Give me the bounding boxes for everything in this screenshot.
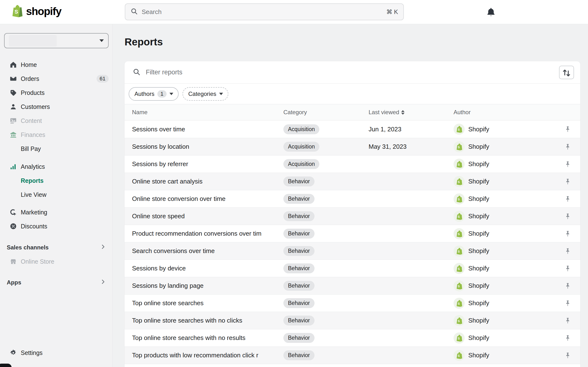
- authors-count-pill: 1: [157, 90, 166, 98]
- svg-text:S: S: [458, 198, 460, 201]
- discount-badge-icon: [10, 222, 17, 230]
- orders-count-badge: 61: [97, 75, 109, 83]
- filter-reports-bar: [124, 61, 580, 83]
- report-name-link[interactable]: Top online store searches with no clicks: [132, 317, 283, 324]
- sidebar-item-marketing[interactable]: Marketing: [0, 205, 113, 219]
- pin-icon[interactable]: [563, 263, 573, 274]
- shopify-avatar: S: [454, 176, 465, 187]
- filter-reports-input[interactable]: [146, 69, 559, 76]
- pin-icon[interactable]: [563, 142, 573, 152]
- tag-icon: [10, 89, 17, 97]
- table-body: Sessions over time Acquisition Jun 1, 20…: [124, 120, 580, 367]
- sort-button[interactable]: [559, 66, 574, 79]
- pin-icon[interactable]: [563, 298, 573, 309]
- svg-text:S: S: [458, 233, 460, 236]
- sidebar-item-finances[interactable]: Finances: [0, 128, 113, 142]
- table-row[interactable]: Top online store searches with no result…: [124, 329, 580, 346]
- global-search[interactable]: ⌘ K: [125, 3, 404, 20]
- sidebar-item-settings[interactable]: Settings: [0, 346, 113, 360]
- shopify-logo[interactable]: S shopify: [11, 4, 61, 18]
- sidebar-item-orders[interactable]: Orders 61: [0, 72, 113, 86]
- report-name-link[interactable]: Sessions by referrer: [132, 160, 283, 168]
- pin-icon[interactable]: [563, 124, 573, 134]
- pin-icon[interactable]: [563, 159, 573, 169]
- category-badge: Behavior: [283, 350, 315, 360]
- sidebar-section-sales-channels[interactable]: Sales channels: [0, 241, 113, 254]
- authors-filter-chip[interactable]: Authors 1: [129, 87, 179, 101]
- chat-bubble-peek[interactable]: [0, 364, 12, 367]
- notifications-bell-icon[interactable]: [486, 6, 496, 18]
- sidebar-item-discounts[interactable]: Discounts: [0, 219, 113, 233]
- pin-icon[interactable]: [563, 333, 573, 343]
- report-name-link[interactable]: Online store speed: [132, 212, 283, 220]
- sidebar-section-apps[interactable]: Apps: [0, 275, 113, 290]
- category-badge: Behavior: [283, 316, 315, 325]
- sidebar-item-content[interactable]: Content: [0, 114, 113, 128]
- chevron-right-icon: [100, 279, 106, 286]
- table-row[interactable]: Online store conversion over time Behavi…: [124, 190, 580, 207]
- table-row[interactable]: Sessions by device Behavior SShopify: [124, 259, 580, 277]
- table-row[interactable]: Product recommendation conversions over …: [124, 225, 580, 242]
- svg-text:S: S: [458, 128, 460, 131]
- search-input[interactable]: [142, 8, 386, 16]
- table-row[interactable]: Sessions by referrer Acquisition SShopif…: [124, 155, 580, 173]
- categories-filter-chip[interactable]: Categories: [182, 87, 228, 101]
- sidebar-item-bill-pay[interactable]: Bill Pay: [0, 142, 113, 156]
- pin-icon[interactable]: [563, 315, 573, 326]
- author-name: Shopify: [468, 160, 489, 168]
- report-name-link[interactable]: Sessions by location: [132, 143, 283, 150]
- column-header-last-viewed[interactable]: Last viewed: [369, 109, 454, 116]
- sidebar-item-products[interactable]: Products: [0, 86, 113, 100]
- sidebar-item-online-store[interactable]: Online Store: [0, 254, 113, 268]
- shopify-avatar: S: [454, 315, 465, 326]
- page-title: Reports: [124, 35, 588, 49]
- sidebar-item-analytics[interactable]: Analytics: [0, 160, 113, 174]
- table-header: Name Category Last viewed Author: [124, 104, 580, 120]
- table-row[interactable]: Sessions by landing page Behavior SShopi…: [124, 277, 580, 294]
- pin-icon[interactable]: [563, 281, 573, 291]
- sidebar-item-live-view[interactable]: Live View: [0, 188, 113, 202]
- report-name-link[interactable]: Top products with low recommendation cli…: [132, 351, 283, 359]
- sidebar: Home Orders 61 Products Customers: [0, 24, 113, 367]
- author-name: Shopify: [468, 125, 489, 133]
- table-row[interactable]: Top online store searches with no clicks…: [124, 312, 580, 329]
- table-row[interactable]: Search conversions over time Behavior SS…: [124, 242, 580, 259]
- svg-text:S: S: [458, 302, 460, 305]
- report-name-link[interactable]: Product recommendation conversions over …: [132, 230, 283, 237]
- shopify-avatar: S: [454, 263, 465, 274]
- marketing-icon: [10, 208, 17, 216]
- report-name-link[interactable]: Top online store searches with no result…: [132, 334, 283, 342]
- sidebar-item-home[interactable]: Home: [0, 58, 113, 72]
- report-name-link[interactable]: Top online store searches: [132, 299, 283, 307]
- store-selector[interactable]: [4, 33, 109, 48]
- shopify-avatar: S: [454, 280, 465, 292]
- table-row[interactable]: Sessions by location Acquisition May 31,…: [124, 138, 580, 155]
- report-name-link[interactable]: Sessions by device: [132, 265, 283, 272]
- report-name-link[interactable]: Sessions by landing page: [132, 282, 283, 290]
- sidebar-item-customers[interactable]: Customers: [0, 100, 113, 114]
- table-row[interactable]: Online store cart analysis Behavior SSho…: [124, 173, 580, 190]
- table-row[interactable]: Online store speed Behavior SShopify: [124, 207, 580, 225]
- sidebar-item-reports[interactable]: Reports: [0, 174, 113, 188]
- table-row[interactable]: Top online store searches Behavior SShop…: [124, 294, 580, 312]
- table-row[interactable]: Top products with low recommendation cli…: [124, 346, 580, 364]
- last-viewed-value: Jun 1, 2023: [369, 125, 454, 133]
- svg-text:S: S: [458, 250, 460, 253]
- pin-icon[interactable]: [563, 211, 573, 222]
- table-row[interactable]: Sessions over time Acquisition Jun 1, 20…: [124, 120, 580, 138]
- pin-icon[interactable]: [563, 228, 573, 239]
- analytics-bars-icon: [10, 163, 17, 170]
- report-name-link[interactable]: Sessions over time: [132, 125, 283, 133]
- pin-icon[interactable]: [563, 350, 573, 361]
- svg-text:S: S: [458, 146, 460, 149]
- chevron-down-icon: [169, 93, 173, 95]
- shopify-avatar: S: [454, 228, 465, 239]
- pin-icon[interactable]: [563, 176, 573, 187]
- category-badge: Behavior: [283, 333, 315, 343]
- report-name-link[interactable]: Online store cart analysis: [132, 178, 283, 185]
- report-name-link[interactable]: Online store conversion over time: [132, 195, 283, 203]
- pin-icon[interactable]: [563, 194, 573, 204]
- pin-icon[interactable]: [563, 246, 573, 256]
- report-name-link[interactable]: Search conversions over time: [132, 247, 283, 255]
- author-name: Shopify: [468, 317, 489, 324]
